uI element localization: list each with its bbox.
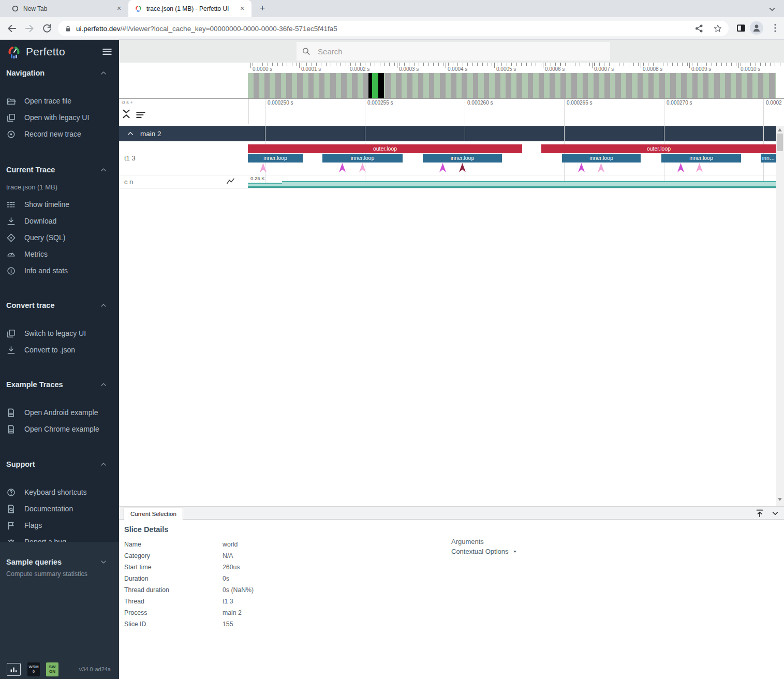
show-chart-icon[interactable]	[225, 177, 236, 186]
sample-query-item[interactable]: Compute summary statistics	[6, 570, 113, 578]
doc-icon	[6, 408, 16, 418]
contextual-options-dropdown[interactable]: Contextual Options	[451, 548, 518, 555]
refresh-icon[interactable]	[41, 23, 53, 34]
address-bar[interactable]: ui.perfetto.dev/#!/viewer?local_cache_ke…	[58, 21, 729, 36]
sidebar-item-show-timeline[interactable]: Show timeline	[0, 196, 119, 213]
section-header-current-trace[interactable]: Current Trace	[6, 165, 113, 175]
sidebar-item-open-with-legacy-ui[interactable]: Open with legacy UI	[0, 109, 119, 126]
axis-major-tick	[494, 63, 495, 68]
axis-tick-label: 0.0002 s	[350, 66, 369, 72]
overview-minimap[interactable]	[248, 73, 776, 98]
dock-to-top-icon[interactable]	[755, 509, 764, 518]
sidebar-item-label: Query (SQL)	[24, 233, 65, 242]
chevron-up-icon	[99, 460, 108, 468]
axis-major-tick	[446, 63, 446, 68]
section-header-example-traces[interactable]: Example Traces	[6, 379, 113, 390]
axis-major-tick	[641, 63, 641, 68]
sidebar-item-label: Flags	[24, 521, 42, 529]
track-sort-icon[interactable]	[135, 109, 146, 121]
instant-marker-magenta[interactable]	[439, 163, 446, 172]
slice-inner-loop[interactable]: inner.loop	[562, 154, 641, 163]
timeline-scrollbar[interactable]	[776, 126, 784, 506]
forward-icon[interactable]	[24, 23, 35, 34]
axis-tick-label: 0.0006 s	[545, 66, 565, 72]
instant-marker-magenta[interactable]	[578, 163, 585, 172]
tab-close-icon[interactable]: ×	[238, 5, 246, 13]
sidebar-item-metrics[interactable]: Metrics	[0, 246, 119, 262]
search-box[interactable]	[297, 42, 610, 61]
sidebar-item-label: Switch to legacy UI	[24, 329, 86, 337]
browser-tab-strip: New Tab × trace.json (1 MB) - Perfetto U…	[0, 0, 784, 17]
star-icon[interactable]	[713, 24, 722, 33]
sidebar-item-documentation[interactable]: Documentation	[0, 500, 119, 517]
sidebar-item-open-chrome-example[interactable]: Open Chrome example	[0, 421, 119, 437]
metrics-icon	[6, 249, 16, 259]
sidebar-item-label: Keyboard shortcuts	[24, 488, 87, 496]
collapse-tracks-icon[interactable]	[121, 108, 132, 120]
timeline-rows-icon	[6, 200, 16, 210]
browser-tab-newtab[interactable]: New Tab ×	[5, 0, 128, 17]
collapse-panel-chevron-icon[interactable]	[771, 509, 780, 518]
chevron-up-icon[interactable]	[126, 129, 135, 138]
section-header-convert-trace[interactable]: Convert trace	[6, 300, 113, 311]
new-tab-button[interactable]: +	[256, 2, 269, 16]
search-input[interactable]	[318, 47, 605, 56]
sidebar-item-label: Info and stats	[24, 267, 68, 275]
instant-marker-pink[interactable]	[598, 163, 604, 172]
slice-inner-loop[interactable]: inner.loop	[661, 154, 741, 163]
tab-list-chevron-icon[interactable]	[767, 5, 777, 14]
browser-tab-perfetto[interactable]: trace.json (1 MB) - Perfetto UI ×	[128, 0, 252, 17]
sidebar-item-record-new-trace[interactable]: Record new trace	[0, 126, 119, 142]
slice-outer-loop[interactable]: outer.loop	[541, 144, 776, 153]
side-panel-icon[interactable]	[736, 23, 746, 33]
instant-marker-pink[interactable]	[696, 163, 703, 172]
detail-row-slice-id: Slice ID155	[124, 618, 435, 630]
slice-outer-loop[interactable]: outer.loop	[248, 144, 522, 153]
tab-current-selection[interactable]: Current Selection	[124, 508, 183, 520]
hamburger-icon[interactable]	[101, 46, 113, 57]
process-group-header[interactable]: main 2	[119, 126, 776, 141]
slice-inner-loop[interactable]: inner.loop	[322, 154, 403, 163]
section-header-navigation[interactable]: Navigation	[6, 68, 113, 78]
scrollbar-up-icon[interactable]	[778, 128, 782, 131]
sidebar-item-label: Download	[24, 217, 56, 225]
sidebar-item-switch-to-legacy-ui[interactable]: Switch to legacy UI	[0, 325, 119, 342]
sidebar-item-info-and-stats[interactable]: Info and stats	[0, 262, 119, 279]
sample-queries-section: Sample queries Compute summary statistic…	[0, 542, 119, 679]
detail-row-duration: Duration0s	[124, 573, 435, 584]
menu-kebab-icon[interactable]	[770, 22, 780, 34]
doc-icon	[6, 424, 16, 434]
section-header-sample-queries[interactable]: Sample queries	[6, 557, 113, 567]
sidebar-item-convert-to-json[interactable]: Convert to .json	[0, 342, 119, 358]
share-icon[interactable]	[694, 24, 704, 33]
detail-label: Thread duration	[124, 586, 223, 594]
track-name-counter[interactable]: c n	[124, 178, 133, 186]
detail-value: N/A	[223, 552, 233, 559]
slice-inner-loop[interactable]: inn…	[761, 154, 776, 163]
bar-chart-icon[interactable]	[7, 663, 21, 676]
detail-value: 0s (NaN%)	[223, 586, 254, 594]
download-icon	[6, 345, 16, 355]
sidebar-item-download[interactable]: Download	[0, 213, 119, 229]
avatar[interactable]	[750, 21, 763, 35]
section-header-support[interactable]: Support	[6, 459, 113, 469]
scrollbar-thumb[interactable]	[777, 134, 783, 151]
slice-inner-loop[interactable]: inner.loop	[423, 154, 502, 163]
sidebar-item-report-a-bug[interactable]: Report a bug	[0, 534, 119, 542]
slice-inner-loop[interactable]: inner.loop	[248, 154, 303, 163]
scrollbar-down-icon[interactable]	[778, 498, 782, 501]
sidebar-item-keyboard-shortcuts[interactable]: Keyboard shortcuts	[0, 484, 119, 500]
sidebar-item-label: Open Chrome example	[24, 425, 99, 433]
badge-top: WSM	[28, 665, 39, 669]
sidebar-item-open-android-example[interactable]: Open Android example	[0, 404, 119, 421]
sidebar-item-open-trace-file[interactable]: Open trace file	[0, 93, 119, 109]
tab-close-icon[interactable]: ×	[115, 5, 123, 13]
instant-marker-pink[interactable]	[260, 163, 267, 172]
sidebar-item-flags[interactable]: Flags	[0, 517, 119, 534]
back-icon[interactable]	[6, 23, 18, 34]
instant-marker-magenta[interactable]	[339, 163, 346, 172]
sidebar-footer: WSM 0 SW ON v34.0-ad24a	[0, 661, 119, 679]
track-name-thread[interactable]: t1 3	[124, 154, 136, 162]
sidebar-item-query-sql-[interactable]: Query (SQL)	[0, 229, 119, 246]
instant-marker-magenta[interactable]	[677, 163, 684, 172]
